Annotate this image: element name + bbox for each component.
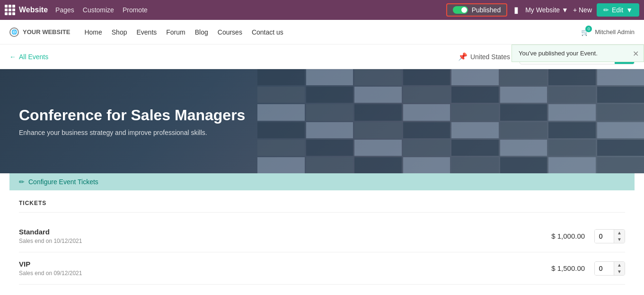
hero-building-graphic (257, 69, 644, 173)
top-nav-links: Pages Customize Promote (55, 6, 148, 14)
published-button[interactable]: Published (446, 3, 508, 17)
back-arrow-icon: ← (9, 53, 16, 61)
menu-courses[interactable]: Courses (218, 28, 242, 36)
menu-forum[interactable]: Forum (166, 28, 185, 36)
ticket-qty-input-vip[interactable] (595, 262, 614, 275)
pages-link[interactable]: Pages (55, 6, 74, 14)
ticket-row: VIP Sales end on 09/12/2021 $ 1,500.00 ▲… (19, 252, 625, 285)
all-events-label: All Events (19, 53, 48, 61)
new-button[interactable]: + New (573, 6, 592, 14)
brand-name: Website (19, 6, 48, 14)
mobile-preview-icon[interactable]: ▮ (512, 3, 520, 17)
toggle-knob (461, 7, 467, 13)
pencil-configure-icon: ✏ (19, 178, 25, 186)
configure-tickets-bar[interactable]: ✏ Configure Event Tickets (9, 173, 635, 190)
menu-contact[interactable]: Contact us (252, 28, 283, 36)
brand-logo[interactable]: Website (5, 5, 48, 15)
pencil-icon: ✏ (603, 6, 609, 14)
ticket-name-standard: Standard (19, 228, 538, 236)
chevron-down-icon: ▼ (562, 6, 568, 14)
ticket-price-standard: $ 1,000.00 (538, 232, 585, 240)
qty-up-standard[interactable]: ▲ (614, 230, 625, 236)
tickets-header: TICKETS (19, 200, 625, 213)
notification-text: You've published your Event. (519, 50, 598, 57)
ticket-name-vip: VIP (19, 260, 538, 268)
hero-section: Conference for Sales Managers Enhance yo… (0, 69, 644, 173)
ticket-info-standard: Standard Sales end on 10/12/2021 (19, 228, 538, 244)
menu-home[interactable]: Home (84, 28, 102, 36)
ticket-qty-input-standard[interactable] (595, 230, 614, 243)
qty-up-vip[interactable]: ▲ (614, 262, 625, 268)
my-website-label: My Website (525, 6, 560, 14)
cart-icon[interactable]: 🛒 0 (581, 28, 589, 36)
site-logo-text: YOUR WEBSITE (23, 28, 70, 36)
configure-tickets-label: Configure Event Tickets (28, 178, 98, 186)
my-website-button[interactable]: My Website ▼ (525, 6, 568, 14)
location-filter[interactable]: 📌 United States (458, 52, 510, 61)
menu-events[interactable]: Events (136, 28, 157, 36)
edit-chevron-icon: ▼ (626, 6, 633, 14)
menu-blog[interactable]: Blog (195, 28, 208, 36)
grid-icon (5, 5, 15, 15)
cart-badge: 0 (585, 26, 592, 32)
qty-down-vip[interactable]: ▼ (614, 268, 625, 275)
ticket-price-vip: $ 1,500.00 (538, 264, 585, 272)
menu-shop[interactable]: Shop (112, 28, 127, 36)
user-name: Mitchell Admin (595, 28, 635, 36)
site-logo[interactable]: 🌐 YOUR WEBSITE (9, 27, 70, 37)
ticket-date-standard: Sales end on 10/12/2021 (19, 238, 538, 244)
notification-popup: You've published your Event. ✕ (512, 45, 644, 62)
published-label: Published (472, 6, 501, 14)
event-title: Conference for Sales Managers (19, 107, 245, 124)
tickets-section: TICKETS Standard Sales end on 10/12/2021… (9, 190, 635, 294)
globe-icon: 🌐 (9, 27, 19, 37)
all-events-link[interactable]: ← All Events (9, 53, 48, 61)
new-label: + New (573, 6, 592, 14)
qty-down-standard[interactable]: ▼ (614, 236, 625, 243)
site-menu: Home Shop Events Forum Blog Courses Cont… (84, 28, 576, 36)
ticket-qty-vip: ▲ ▼ (594, 261, 625, 276)
location-label: United States (470, 53, 510, 61)
website-navigation: 🌐 YOUR WEBSITE Home Shop Events Forum Bl… (0, 20, 644, 45)
ticket-info-vip: VIP Sales end on 09/12/2021 (19, 260, 538, 277)
ticket-row: Standard Sales end on 10/12/2021 $ 1,000… (19, 220, 625, 252)
customize-link[interactable]: Customize (83, 6, 114, 14)
edit-label: Edit (612, 6, 623, 14)
ticket-date-vip: Sales end on 09/12/2021 (19, 270, 538, 277)
published-toggle (453, 6, 468, 14)
hero-content: Conference for Sales Managers Enhance yo… (0, 92, 264, 151)
event-subtitle: Enhance your business strategy and impro… (19, 129, 245, 136)
location-pin-icon: 📌 (458, 52, 468, 61)
promote-link[interactable]: Promote (123, 6, 148, 14)
ticket-qty-standard: ▲ ▼ (594, 229, 625, 243)
top-navigation: Website Pages Customize Promote Publishe… (0, 0, 644, 20)
notification-close-button[interactable]: ✕ (633, 49, 639, 58)
edit-button[interactable]: ✏ Edit ▼ (597, 3, 639, 17)
